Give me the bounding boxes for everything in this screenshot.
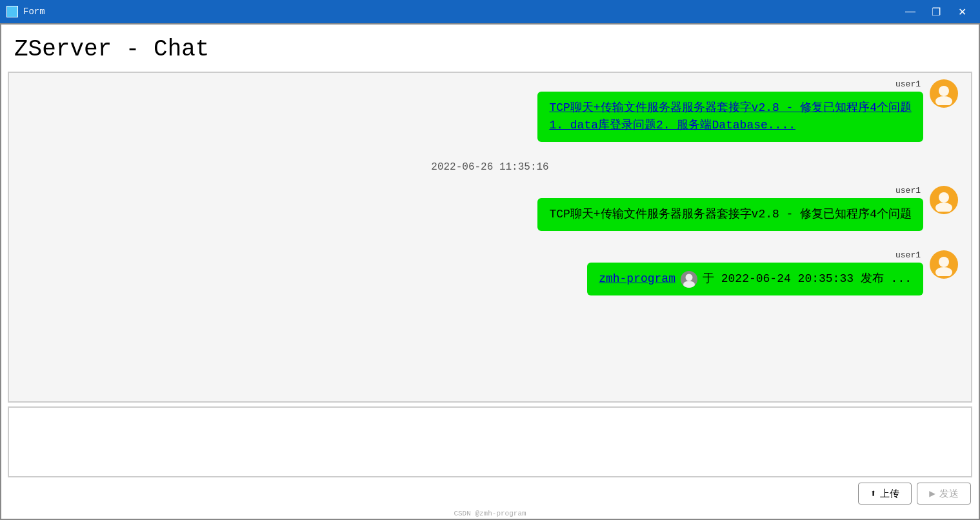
svg-point-1 [935, 96, 952, 105]
timestamp-row: 2022-06-26 11:35:16 [22, 161, 958, 173]
send-icon: ▶ [929, 487, 935, 500]
bottom-toolbar: ⬆ 上传 ▶ 发送 [1, 477, 979, 510]
message-content: user1 TCP聊天+传输文件服务器服务器套接字v2.8 - 修复已知程序4个… [537, 186, 923, 231]
inline-avatar [681, 271, 697, 288]
message-content: user1 zmh-program 于 2022-06-24 20:35:33 … [587, 250, 923, 295]
message-input[interactable] [9, 408, 971, 476]
send-button[interactable]: ▶ 发送 [917, 483, 971, 505]
window-title: Form [23, 6, 45, 17]
svg-point-6 [939, 257, 949, 267]
page-title: ZServer - Chat [1, 25, 979, 72]
message-user: user1 [895, 250, 921, 260]
message-text: TCP聊天+传输文件服务器服务器套接字v2.8 - 修复已知程序4个问题 [549, 208, 912, 221]
message-user: user1 [895, 79, 921, 89]
message-row: user1 TCP聊天+传输文件服务器服务器套接字v2.8 - 修复已知程序4个… [22, 186, 958, 231]
message-content: user1 TCP聊天+传输文件服务器服务器套接字v2.8 - 修复已知程序4个… [537, 79, 923, 142]
svg-point-0 [939, 86, 949, 96]
message-link[interactable]: TCP聊天+传输文件服务器服务器套接字v2.8 - 修复已知程序4个问题1. d… [549, 101, 912, 132]
svg-point-7 [935, 267, 952, 276]
svg-point-5 [683, 281, 695, 288]
message-row: user1 TCP聊天+传输文件服务器服务器套接字v2.8 - 修复已知程序4个… [22, 79, 958, 142]
upload-button[interactable]: ⬆ 上传 [858, 483, 912, 505]
avatar [930, 79, 958, 108]
avatar [930, 250, 958, 279]
message-bubble: zmh-program 于 2022-06-24 20:35:33 发布 ... [587, 263, 923, 295]
close-button[interactable]: ✕ [950, 3, 974, 21]
avatar [930, 186, 958, 214]
message-link[interactable]: zmh-program [599, 270, 675, 288]
app-icon [6, 6, 18, 17]
message-row: user1 zmh-program 于 2022-06-24 20:35:33 … [22, 250, 958, 295]
chat-area[interactable]: user1 TCP聊天+传输文件服务器服务器套接字v2.8 - 修复已知程序4个… [8, 72, 972, 403]
svg-point-3 [935, 203, 952, 212]
title-bar-left: Form [6, 6, 45, 17]
app-window: ZServer - Chat user1 TCP聊天+传输文件服务器服务器套接字… [0, 23, 980, 520]
message-bubble: TCP聊天+传输文件服务器服务器套接字v2.8 - 修复已知程序4个问题 [537, 198, 923, 231]
svg-point-4 [685, 274, 692, 281]
message-user: user1 [895, 186, 921, 195]
title-bar: Form — ❐ ✕ [0, 0, 980, 23]
input-area [8, 406, 972, 477]
restore-button[interactable]: ❐ [925, 3, 948, 21]
timestamp: 2022-06-26 11:35:16 [431, 161, 548, 173]
upload-icon: ⬆ [870, 487, 877, 500]
watermark: CSDN @zmh-program [1, 510, 979, 519]
title-bar-controls: — ❐ ✕ [899, 3, 974, 21]
message-suffix: 于 2022-06-24 20:35:33 发布 ... [703, 270, 912, 288]
send-label: 发送 [939, 488, 959, 500]
svg-point-2 [939, 192, 949, 203]
message-bubble: TCP聊天+传输文件服务器服务器套接字v2.8 - 修复已知程序4个问题1. d… [537, 92, 923, 142]
minimize-button[interactable]: — [899, 3, 922, 21]
upload-label: 上传 [880, 488, 899, 500]
